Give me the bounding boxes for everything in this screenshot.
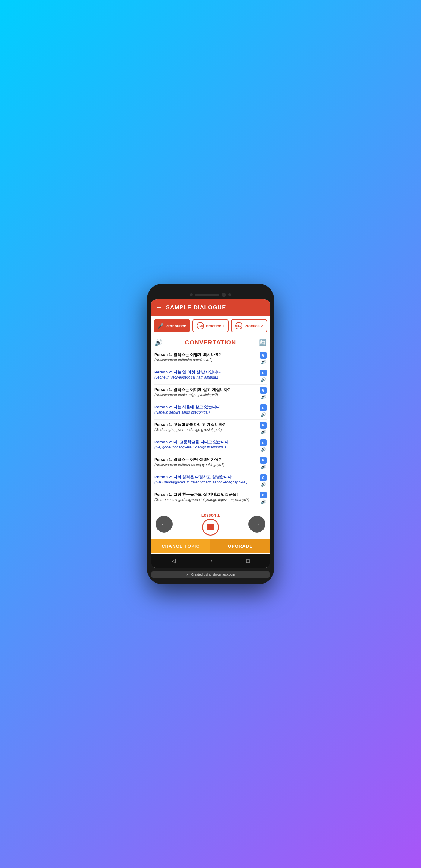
dialogue-text: Person 1: 고등학교를 다니고 계십니까? (Godeunghaggye… <box>154 422 259 433</box>
next-button[interactable]: → <box>248 516 265 532</box>
toolbar: 🎤 Pronounce REC Practice 1 REC Practice … <box>151 315 270 336</box>
translate-icon[interactable]: G <box>260 404 267 411</box>
side-icons: G 🔊 <box>260 370 267 382</box>
sound-icon[interactable]: 🔊 <box>261 482 266 487</box>
practice2-label: Practice 2 <box>244 324 263 328</box>
dialogue-text: Person 2: 나의 성격은 다정하고 상냥합니다. (Naui seong… <box>154 474 259 485</box>
table-row: Person 1: 알렉스는 어디에 살고 계십니까? (Arekseuneun… <box>154 384 267 402</box>
dialogue-text: Person 1: 알렉스는 어디에 살고 계십니까? (Arekseuneun… <box>154 387 259 398</box>
table-row: Person 2: 저는 열 여섯 살 남자입니다. (Jeoneun yeol… <box>154 367 267 384</box>
sound-icon[interactable]: 🔊 <box>261 499 266 504</box>
sound-icon[interactable]: 🔊 <box>261 377 266 382</box>
table-row: Person 1: 그럼 친구들과도 잘 지내고 있겠군요! (Geureom … <box>154 490 267 507</box>
watermark-icon: ↗ <box>186 572 189 576</box>
romanized-text: (Ne, godeunghaggyereul danigo itseupnida… <box>154 445 259 450</box>
korean-text: Person 2: 나는 서울에 살고 있습니다. <box>154 404 259 410</box>
sound-icon[interactable]: 🔊 <box>261 412 266 417</box>
record-icon <box>207 524 214 530</box>
practice1-label: Practice 1 <box>206 324 224 328</box>
phone-top-bar <box>151 293 270 297</box>
side-icons: G 🔊 <box>260 404 267 417</box>
practice2-button[interactable]: REC Practice 2 <box>231 319 267 333</box>
practice1-button[interactable]: REC Practice 1 <box>192 319 229 333</box>
korean-content: 나는 서울에 살고 있습니다. <box>173 405 221 409</box>
person-label: Person 1: <box>154 492 172 497</box>
dialogue-text: Person 1: 알렉스는 어떤 성격인가요? (Arekseuneun eo… <box>154 457 259 467</box>
camera-dot <box>190 293 193 296</box>
side-icons: G 🔊 <box>260 352 267 364</box>
sound-icon[interactable]: 🔊 <box>261 360 266 364</box>
side-icons: G 🔊 <box>260 457 267 469</box>
page-title: SAMPLE DIALOGUE <box>166 304 226 311</box>
refresh-icon[interactable]: 🔄 <box>259 339 267 346</box>
sound-icon[interactable]: 🔊 <box>261 395 266 399</box>
mic-icon: 🎤 <box>158 323 164 329</box>
phone-frame: ← SAMPLE DIALOGUE 🎤 Pronounce REC Practi… <box>147 284 274 584</box>
person-label: Person 1: <box>154 387 172 392</box>
person-label: Person 2: <box>154 440 172 444</box>
android-back-button[interactable]: ◁ <box>171 558 176 564</box>
action-buttons: CHANGE TOPIC UPGRADE <box>151 538 270 553</box>
romanized-text: (Arekseuneun eotteon seonggyeokingayo?) <box>154 462 259 467</box>
side-icons: G 🔊 <box>260 474 267 487</box>
table-row: Person 2: 나는 서울에 살고 있습니다. (Naneun seoure… <box>154 402 267 420</box>
korean-text: Person 2: 나의 성격은 다정하고 상냥합니다. <box>154 474 259 480</box>
translate-icon[interactable]: G <box>260 352 267 359</box>
translate-icon[interactable]: G <box>260 474 267 481</box>
korean-content: 나의 성격은 다정하고 상냥합니다. <box>173 475 233 479</box>
change-topic-button[interactable]: CHANGE TOPIC <box>151 538 210 553</box>
android-nav-bar: ◁ ○ □ <box>151 554 270 568</box>
rec1-icon: REC <box>197 322 204 330</box>
translate-icon[interactable]: G <box>260 387 267 394</box>
korean-content: 네, 고등학교를 다니고 있습니다. <box>173 440 230 444</box>
android-recent-button[interactable]: □ <box>246 558 250 564</box>
table-row: Person 2: 나의 성격은 다정하고 상냥합니다. (Naui seong… <box>154 472 267 490</box>
translate-icon[interactable]: G <box>260 439 267 446</box>
dialogue-text: Person 1: 알렉스는 어떻게 되시나요? (Arekseuneun eo… <box>154 352 259 363</box>
translate-icon[interactable]: G <box>260 457 267 464</box>
translate-icon[interactable]: G <box>260 422 267 429</box>
speaker-bar <box>195 293 219 296</box>
romanized-text: (Arekseuneun eodie salgo gyesinigga?) <box>154 393 259 398</box>
bottom-navigation: ← Lesson 1 → <box>151 510 270 538</box>
upgrade-button[interactable]: UPGRADE <box>210 538 270 553</box>
watermark-text: Created using shotsnapp.com <box>191 572 235 576</box>
header: ← SAMPLE DIALOGUE <box>151 299 270 315</box>
prev-icon: ← <box>161 520 168 528</box>
table-row: Person 1: 알렉스는 어떻게 되시나요? (Arekseuneun eo… <box>154 350 267 367</box>
translate-icon[interactable]: G <box>260 370 267 376</box>
korean-content: 알렉스는 어디에 살고 계십니까? <box>173 387 230 392</box>
korean-text: Person 1: 알렉스는 어떻게 되시나요? <box>154 352 259 358</box>
person-label: Person 2: <box>154 475 172 479</box>
romanized-text: (Naneun seoure salgo itseupnida.) <box>154 410 259 415</box>
romanized-text: (Geureom chingudeulgwado jal jinaego itg… <box>154 497 259 502</box>
romanized-text: (Naui seonggyeokeun dajeonghago sangnyeo… <box>154 480 259 485</box>
front-camera <box>222 293 226 297</box>
korean-text: Person 1: 그럼 친구들과도 잘 지내고 있겠군요! <box>154 492 259 497</box>
sound-icon[interactable]: 🔊 <box>261 464 266 469</box>
next-icon: → <box>253 520 260 528</box>
person-label: Person 2: <box>154 370 172 374</box>
korean-content: 고등학교를 다니고 계십니까? <box>173 422 225 427</box>
android-home-button[interactable]: ○ <box>209 558 213 564</box>
translate-icon[interactable]: G <box>260 492 267 498</box>
korean-content: 알렉스는 어떻게 되시나요? <box>173 352 221 357</box>
table-row: Person 1: 알렉스는 어떤 성격인가요? (Arekseuneun eo… <box>154 455 267 472</box>
dialogue-list: Person 1: 알렉스는 어떻게 되시나요? (Arekseuneun eo… <box>154 350 267 507</box>
conversation-title: CONVERTATION <box>185 339 236 346</box>
conversation-header: 🔊 CONVERTATION 🔄 <box>154 339 267 346</box>
romanized-text: (Arekseuneun eotteoke doesinayo?) <box>154 358 259 363</box>
record-button[interactable] <box>202 519 219 535</box>
back-button[interactable]: ← <box>156 304 162 311</box>
sound-icon[interactable]: 🔊 <box>261 430 266 434</box>
korean-content: 그럼 친구들과도 잘 지내고 있겠군요! <box>173 492 238 497</box>
sound-icon[interactable]: 🔊 <box>261 447 266 452</box>
korean-text: Person 2: 저는 열 여섯 살 남자입니다. <box>154 370 259 375</box>
person-label: Person 1: <box>154 457 172 462</box>
speaker-icon[interactable]: 🔊 <box>154 339 162 347</box>
camera-dot2 <box>228 293 231 296</box>
pronounce-button[interactable]: 🎤 Pronounce <box>154 319 190 333</box>
dialogue-text: Person 1: 그럼 친구들과도 잘 지내고 있겠군요! (Geureom … <box>154 492 259 502</box>
prev-button[interactable]: ← <box>156 516 173 532</box>
person-label: Person 1: <box>154 422 172 427</box>
